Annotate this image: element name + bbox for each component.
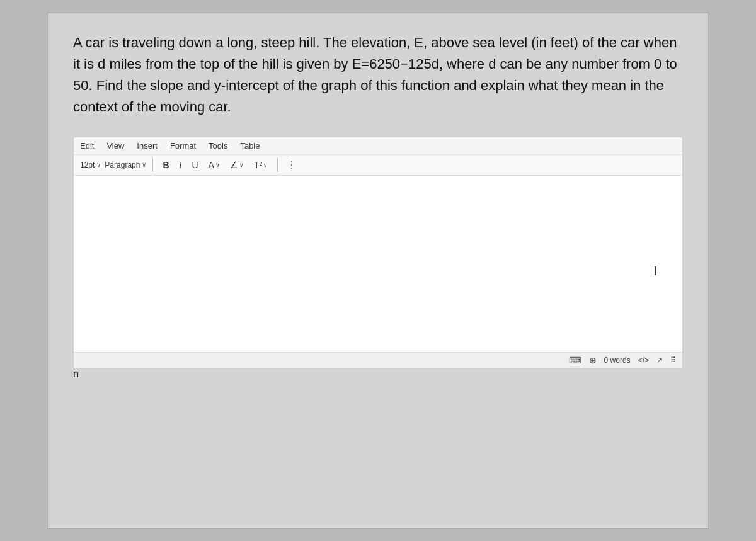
superscript-chevron: ∨: [263, 162, 268, 168]
editor-container: Edit View Insert Format Tools Table 12pt…: [73, 137, 683, 368]
underline-label: U: [192, 160, 198, 170]
highlight-button[interactable]: ∠ ∨: [227, 159, 247, 171]
menu-bar: Edit View Insert Format Tools Table: [74, 137, 682, 155]
editor-content[interactable]: I: [74, 176, 682, 352]
keyboard-icon: ⌨: [569, 355, 581, 365]
status-bar: ⌨ ⊕ 0 words </> ↗ ⠿: [74, 352, 682, 368]
question-text: A car is traveling down a long, steep hi…: [73, 32, 683, 118]
code-label: </>: [638, 356, 649, 365]
italic-label: I: [180, 160, 182, 170]
text-cursor: I: [653, 264, 657, 278]
highlight-chevron: ∨: [239, 162, 244, 168]
text-color-button[interactable]: A ∨: [205, 159, 223, 171]
menu-edit[interactable]: Edit: [80, 141, 94, 151]
upload-icon: ⊕: [589, 355, 597, 365]
toolbar: 12pt ∨ Paragraph ∨ B I U: [74, 155, 682, 176]
menu-table[interactable]: Table: [240, 141, 260, 151]
expand-icon: ↗: [656, 356, 663, 365]
superscript-button[interactable]: T² ∨: [251, 159, 271, 171]
menu-view[interactable]: View: [106, 141, 124, 151]
word-count-item: 0 words: [604, 356, 631, 365]
word-count-label: 0 words: [604, 356, 631, 365]
font-size-label: 12pt: [80, 161, 94, 169]
upload-icon-item: ⊕: [589, 355, 597, 365]
menu-tools[interactable]: Tools: [209, 141, 227, 151]
menu-insert[interactable]: Insert: [137, 141, 158, 151]
grid-button[interactable]: ⠿: [670, 356, 676, 365]
question-content: A car is traveling down a long, steep hi…: [73, 35, 677, 115]
superscript-label: T²: [254, 160, 262, 170]
paragraph-label: Paragraph: [105, 161, 140, 169]
bold-label: B: [163, 160, 169, 170]
grid-icon: ⠿: [670, 356, 676, 365]
toolbar-divider-1: [152, 158, 153, 172]
italic-button[interactable]: I: [176, 159, 185, 171]
more-options-button[interactable]: ⋮: [287, 159, 297, 171]
underline-button[interactable]: U: [188, 159, 201, 171]
bold-button[interactable]: B: [159, 159, 172, 171]
text-color-label: A: [209, 160, 214, 170]
code-toggle[interactable]: </>: [638, 356, 649, 365]
bottom-label: n: [73, 368, 683, 380]
paragraph-chevron: ∨: [142, 161, 146, 168]
toolbar-divider-2: [277, 158, 278, 172]
menu-format[interactable]: Format: [170, 141, 196, 151]
paragraph-select[interactable]: Paragraph ∨: [105, 161, 146, 169]
highlight-label: ∠: [230, 160, 238, 170]
font-size-select[interactable]: 12pt ∨: [80, 161, 101, 169]
keyboard-icon-item: ⌨: [569, 355, 581, 365]
document-area: A car is traveling down a long, steep hi…: [47, 13, 709, 529]
page-container: A car is traveling down a long, steep hi…: [0, 0, 756, 541]
text-color-chevron: ∨: [215, 162, 220, 168]
expand-button[interactable]: ↗: [656, 356, 663, 365]
font-size-chevron: ∨: [96, 161, 101, 168]
